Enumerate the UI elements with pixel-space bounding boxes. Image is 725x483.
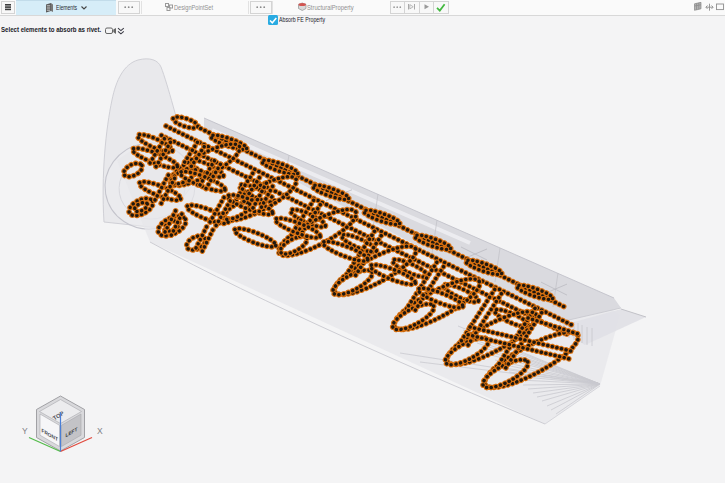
svg-text:Y: Y	[22, 426, 28, 436]
svg-text:X: X	[97, 426, 103, 436]
